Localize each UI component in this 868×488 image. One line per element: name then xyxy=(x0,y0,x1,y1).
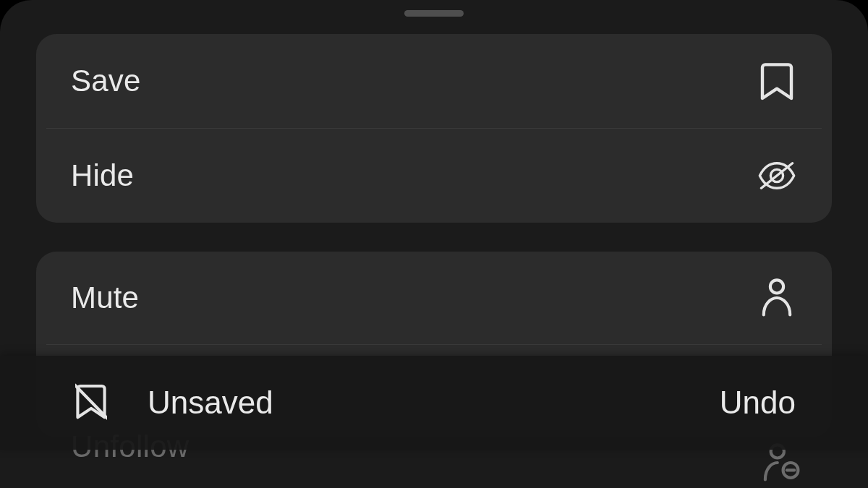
person-circle-icon xyxy=(757,278,797,318)
bookmark-icon xyxy=(757,61,797,101)
drag-handle[interactable] xyxy=(404,10,464,17)
eye-off-icon xyxy=(757,155,797,196)
bottom-sheet: Save Hide Mute xyxy=(0,0,868,488)
toast-left: Unsaved xyxy=(75,382,273,423)
save-label: Save xyxy=(71,64,141,98)
undo-button[interactable]: Undo xyxy=(720,385,796,421)
hide-row[interactable]: Hide xyxy=(36,129,832,223)
hide-label: Hide xyxy=(71,158,134,193)
toast: Unsaved Undo xyxy=(0,356,868,450)
drag-handle-area[interactable] xyxy=(0,0,868,34)
bookmark-remove-icon xyxy=(75,382,107,423)
mute-row[interactable]: Mute xyxy=(36,252,832,344)
mute-label: Mute xyxy=(71,281,139,315)
save-row[interactable]: Save xyxy=(36,34,832,128)
svg-point-2 xyxy=(770,280,783,293)
toast-message: Unsaved xyxy=(148,385,273,421)
svg-line-6 xyxy=(75,385,107,419)
option-group-1: Save Hide xyxy=(36,34,832,223)
